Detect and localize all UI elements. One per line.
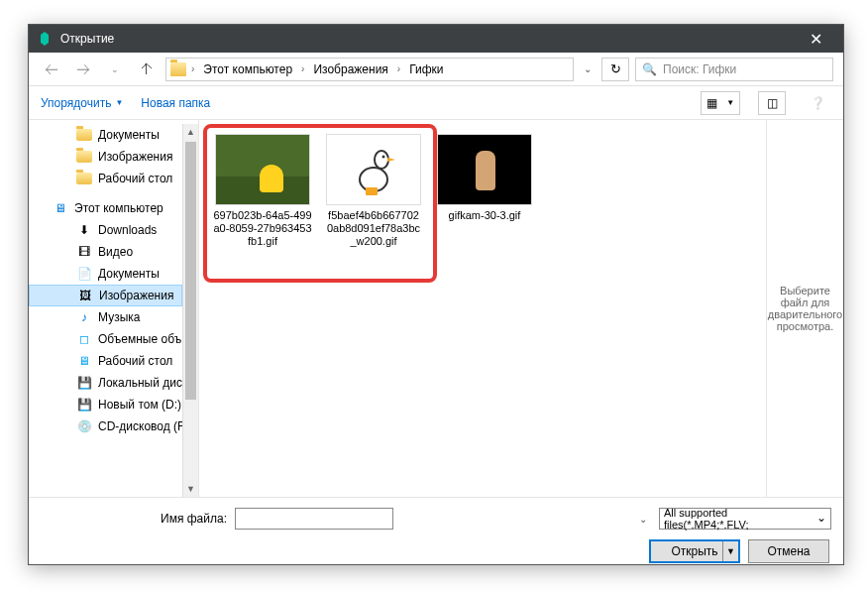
sidebar-item-music[interactable]: ♪Музыка <box>29 306 182 328</box>
sidebar-item-documents[interactable]: Документы <box>29 124 182 146</box>
chevron-icon: › <box>298 63 307 74</box>
images-icon: 🖼 <box>77 288 93 303</box>
chevron-icon: › <box>188 63 197 74</box>
music-icon: ♪ <box>76 309 92 325</box>
sidebar-item-desktop2[interactable]: 🖥Рабочий стол <box>29 350 182 372</box>
organize-label: Упорядочить <box>41 96 111 110</box>
dropdown-icon: ▼ <box>726 98 734 107</box>
titlebar: Открытие ✕ <box>29 25 843 53</box>
dropdown-icon[interactable]: ⌄ <box>639 514 647 525</box>
cancel-label: Отмена <box>767 544 810 558</box>
breadcrumb-mid[interactable]: Изображения <box>309 60 391 78</box>
filetype-filter[interactable]: All supported files(*.MP4;*.FLV; <box>659 508 831 530</box>
file-name: f5baef4b6b667702 0ab8d091ef78a3bc_w200.g… <box>322 209 425 249</box>
sidebar-label: Объемные объ <box>98 332 181 346</box>
help-icon: ❔ <box>811 96 825 110</box>
icons-view-icon: ▦ <box>706 96 717 110</box>
svg-rect-3 <box>366 187 378 195</box>
file-name: 697b023b-64a5-499a0-8059-27b963453fb1.gi… <box>211 209 314 249</box>
newfolder-button[interactable]: Новая папка <box>141 96 210 110</box>
sidebar-label: Новый том (D:) <box>98 398 181 412</box>
sidebar-item-images[interactable]: Изображения <box>29 146 182 168</box>
sidebar-item-desktop[interactable]: Рабочий стол <box>29 168 182 189</box>
address-dropdown[interactable]: ⌄ <box>580 63 596 74</box>
nav-sidebar: Документы Изображения Рабочий стол 🖥Этот… <box>29 120 199 497</box>
preview-pane-toggle[interactable]: ◫ <box>758 91 786 115</box>
refresh-button[interactable]: ↻ <box>601 58 629 81</box>
window-title: Открытие <box>60 32 796 46</box>
cd-icon: 💿 <box>76 418 92 434</box>
organize-button[interactable]: Упорядочить ▼ <box>41 96 123 110</box>
close-button[interactable]: ✕ <box>796 25 835 53</box>
sidebar-label: Музыка <box>98 310 140 324</box>
disk-icon: 💾 <box>76 397 92 413</box>
sidebar-item-images-selected[interactable]: 🖼Изображения <box>29 285 182 306</box>
body-area: Документы Изображения Рабочий стол 🖥Этот… <box>29 120 843 497</box>
cancel-button[interactable]: Отмена <box>748 539 829 563</box>
desktop-icon: 🖥 <box>76 353 92 369</box>
sidebar-item-docs[interactable]: 📄Документы <box>29 263 182 285</box>
search-placeholder: Поиск: Гифки <box>663 62 736 76</box>
filter-label: All supported files(*.MP4;*.FLV; <box>664 507 813 531</box>
breadcrumb-box[interactable]: › Этот компьютер › Изображения › Гифки <box>165 58 574 81</box>
view-mode-button[interactable]: ▦ ▼ <box>701 91 740 115</box>
sidebar-label: Изображения <box>98 150 172 164</box>
sidebar-label: Рабочий стол <box>98 172 172 185</box>
search-icon: 🔍 <box>642 62 657 76</box>
file-list[interactable]: 697b023b-64a5-499a0-8059-27b963453fb1.gi… <box>199 120 766 497</box>
scroll-down-icon[interactable]: ▼ <box>183 481 198 497</box>
file-item[interactable]: 697b023b-64a5-499a0-8059-27b963453fb1.gi… <box>207 128 318 255</box>
file-name: gifkam-30-3.gif <box>433 209 536 222</box>
toolbar: Упорядочить ▼ Новая папка ▦ ▼ ◫ ❔ <box>29 86 843 120</box>
help-button[interactable]: ❔ <box>804 91 831 115</box>
file-open-dialog: Открытие ✕ 🡠 🡢 ⌄ 🡡 › Этот компьютер › Из… <box>28 24 844 565</box>
sidebar-label: CD-дисковод (F <box>98 419 182 433</box>
sidebar-label: Видео <box>98 245 133 259</box>
pc-icon: 🖥 <box>53 200 68 216</box>
open-button[interactable]: Открыть ▼ <box>649 539 740 563</box>
breadcrumb-leaf[interactable]: Гифки <box>405 60 447 78</box>
open-dropdown[interactable]: ▼ <box>722 541 738 561</box>
app-icon <box>37 31 53 47</box>
preview-text: Выберите файл для дварительного просмотр… <box>768 285 842 332</box>
sidebar-label: Документы <box>98 267 160 281</box>
file-thumbnail <box>326 134 421 205</box>
docs-icon: 📄 <box>76 266 92 282</box>
filename-input[interactable] <box>235 508 393 530</box>
sidebar-item-3d[interactable]: ◻Объемные объ <box>29 328 182 350</box>
recent-dropdown[interactable]: ⌄ <box>102 57 128 82</box>
sidebar-item-cd[interactable]: 💿CD-дисковод (F <box>29 415 182 437</box>
folder-icon <box>170 62 186 76</box>
sidebar-scrollbar[interactable]: ▲ ▼ <box>182 124 198 497</box>
search-input[interactable]: 🔍 Поиск: Гифки <box>635 58 833 81</box>
sidebar-item-pc[interactable]: 🖥Этот компьютер <box>29 197 182 219</box>
file-item[interactable]: f5baef4b6b667702 0ab8d091ef78a3bc_w200.g… <box>318 128 429 255</box>
preview-pane: Выберите файл для дварительного просмотр… <box>766 120 843 497</box>
3d-icon: ◻ <box>76 331 92 347</box>
file-thumbnail <box>437 134 532 205</box>
sidebar-label: Документы <box>98 128 160 142</box>
file-thumbnail <box>215 134 310 205</box>
sidebar-item-video[interactable]: 🎞Видео <box>29 241 182 263</box>
scroll-up-icon[interactable]: ▲ <box>183 124 198 140</box>
sidebar-label: Этот компьютер <box>74 201 163 215</box>
sidebar-item-localdisk[interactable]: 💾Локальный дис <box>29 372 182 394</box>
file-item[interactable]: gifkam-30-3.gif <box>429 128 540 228</box>
back-button[interactable]: 🡠 <box>39 57 64 82</box>
sidebar-item-downloads[interactable]: ⬇Downloads <box>29 219 182 241</box>
scroll-thumb[interactable] <box>185 142 196 400</box>
forward-button: 🡢 <box>70 57 96 82</box>
disk-icon: 💾 <box>76 375 92 391</box>
sidebar-label: Downloads <box>98 223 157 237</box>
downloads-icon: ⬇ <box>76 222 92 238</box>
svg-point-1 <box>375 151 388 169</box>
sidebar-item-newvol[interactable]: 💾Новый том (D:) <box>29 394 182 415</box>
bottom-bar: Имя файла: ⌄ All supported files(*.MP4;*… <box>29 497 843 573</box>
sidebar-label: Локальный дис <box>98 376 182 390</box>
open-label: Открыть <box>671 544 717 558</box>
breadcrumb-root[interactable]: Этот компьютер <box>199 60 296 78</box>
chevron-icon: › <box>394 63 403 74</box>
up-button[interactable]: 🡡 <box>134 57 160 82</box>
sidebar-label: Рабочий стол <box>98 354 172 368</box>
svg-point-2 <box>382 156 385 159</box>
